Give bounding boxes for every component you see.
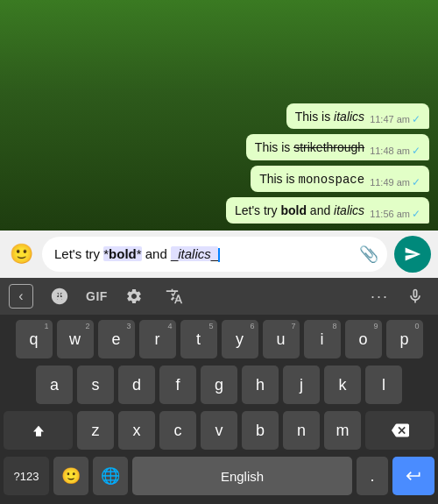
sticker-button[interactable] [46, 282, 74, 310]
key-z[interactable]: z [77, 411, 114, 450]
delete-button[interactable] [365, 411, 434, 450]
read-check: ✓ [412, 208, 420, 220]
key-row-1: 1q 2w 3e 4r 5t 6y 7u 8i [4, 320, 434, 358]
key-e[interactable]: 3e [98, 320, 135, 358]
delete-icon [392, 422, 409, 439]
keyboard-bottom-row: ?123 🙂 🌐 English . [0, 457, 438, 500]
enter-button[interactable] [392, 457, 434, 495]
sticker-icon [50, 287, 69, 306]
key-f[interactable]: f [159, 366, 196, 404]
shift-button[interactable] [4, 411, 73, 450]
shift-icon [31, 422, 46, 438]
send-button[interactable] [394, 236, 431, 273]
strikethrough-text: strikethrough [293, 140, 364, 154]
message-text: This is monospace [259, 171, 364, 189]
input-wrapper: Let's try *bold* and _italics_ 📎 [42, 237, 387, 272]
key-x[interactable]: x [118, 411, 155, 450]
key-l[interactable]: l [365, 366, 402, 404]
key-j[interactable]: j [283, 366, 320, 404]
message-time: 11:56 am ✓ [370, 208, 420, 220]
keyboard-back-button[interactable]: ‹ [9, 284, 33, 309]
message-time: 11:49 am ✓ [370, 176, 420, 188]
message-input[interactable]: Let's try *bold* and _italics_ [42, 237, 387, 272]
translate-icon [166, 287, 183, 305]
message-bubble: This is monospace 11:49 am ✓ [251, 166, 429, 193]
chat-area: This is italics 11:47 am ✓ This is strik… [0, 0, 438, 231]
bold-mark: *bold* [103, 246, 141, 261]
key-v[interactable]: v [201, 411, 237, 450]
italic-mark: _italics_ [171, 246, 218, 261]
monospace-text: monospace [299, 173, 365, 187]
period-key[interactable]: . [357, 457, 388, 495]
message-text: This is italics [295, 109, 364, 126]
input-text: Let's try *bold* and _italics_ [54, 246, 220, 262]
enter-icon [405, 467, 422, 485]
attach-button[interactable]: 📎 [359, 245, 378, 264]
italic-text: italics [334, 110, 364, 124]
message-bubble: This is italics 11:47 am ✓ [286, 103, 429, 130]
mic-icon [406, 287, 424, 305]
key-m[interactable]: m [324, 411, 361, 450]
key-u[interactable]: 7u [263, 320, 300, 358]
read-check: ✓ [412, 145, 420, 157]
key-p[interactable]: 0p [386, 320, 423, 358]
gear-icon [125, 287, 143, 305]
key-q[interactable]: 1q [16, 320, 53, 358]
keyboard: ‹ GIF ··· [0, 278, 438, 504]
bold-text: bold [280, 203, 307, 217]
svg-point-1 [60, 294, 63, 296]
message-time: 11:48 am ✓ [370, 145, 420, 157]
key-b[interactable]: b [242, 411, 279, 450]
italic-text: italics [334, 203, 364, 217]
key-g[interactable]: g [201, 366, 237, 404]
message-text: This is strikethrough [255, 139, 364, 157]
emoji-small-button[interactable]: 🙂 [53, 457, 88, 495]
message-bubble: This is strikethrough 11:48 am ✓ [246, 134, 429, 160]
key-a[interactable]: a [36, 366, 73, 404]
key-row-3: z x c v b n m [4, 411, 434, 450]
key-c[interactable]: c [159, 411, 196, 450]
key-row-2: a s d f g h j k l [4, 366, 434, 404]
language-button[interactable]: English [132, 457, 352, 495]
key-n[interactable]: n [283, 411, 320, 450]
translate-button[interactable] [160, 282, 188, 310]
svg-point-0 [56, 294, 59, 296]
key-o[interactable]: 9o [345, 320, 382, 358]
message-text: Let's try bold and italics [235, 202, 364, 220]
key-y[interactable]: 6y [222, 320, 258, 358]
send-icon [404, 245, 421, 263]
gif-button[interactable]: GIF [86, 289, 108, 303]
key-d[interactable]: d [118, 366, 155, 404]
read-check: ✓ [412, 176, 420, 188]
key-w[interactable]: 2w [57, 320, 94, 358]
message-time: 11:47 am ✓ [370, 113, 420, 125]
num123-button[interactable]: ?123 [4, 457, 49, 495]
keyboard-rows: 1q 2w 3e 4r 5t 6y 7u 8i [0, 315, 438, 450]
key-h[interactable]: h [242, 366, 279, 404]
input-area: 🙂 Let's try *bold* and _italics_ 📎 [0, 231, 438, 278]
key-i[interactable]: 8i [304, 320, 341, 358]
key-s[interactable]: s [77, 366, 114, 404]
message-bubble: Let's try bold and italics 11:56 am ✓ [226, 197, 429, 224]
settings-button[interactable] [120, 282, 148, 310]
emoji-button[interactable]: 🙂 [7, 240, 35, 268]
mic-button[interactable] [401, 282, 429, 310]
key-k[interactable]: k [324, 366, 361, 404]
more-options-button[interactable]: ··· [371, 287, 389, 306]
globe-button[interactable]: 🌐 [93, 457, 128, 495]
keyboard-toolbar: ‹ GIF ··· [0, 278, 438, 315]
text-cursor [218, 248, 220, 262]
read-check: ✓ [412, 113, 420, 125]
key-r[interactable]: 4r [139, 320, 176, 358]
key-t[interactable]: 5t [180, 320, 217, 358]
